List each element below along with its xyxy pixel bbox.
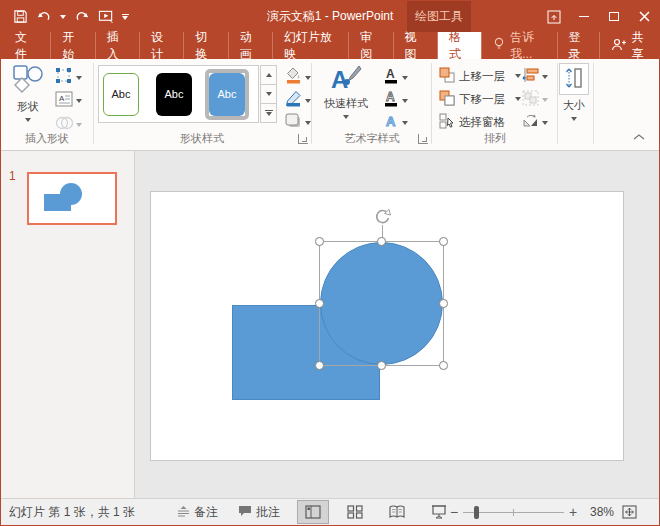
svg-text:A: A <box>59 94 65 103</box>
size-button[interactable]: 大小 <box>557 63 591 121</box>
slide-number: 1 <box>9 169 16 183</box>
close-icon[interactable] <box>629 1 659 32</box>
ribbon-display-options-icon[interactable] <box>539 1 569 32</box>
gallery-scroll-down-icon[interactable] <box>260 85 277 104</box>
resize-handle-nw[interactable] <box>315 237 324 246</box>
tab-view[interactable]: 视图 <box>394 32 438 59</box>
send-backward-icon <box>439 90 455 108</box>
undo-dropdown-icon[interactable] <box>57 6 69 28</box>
shape-outline-icon <box>285 90 302 111</box>
resize-handle-se[interactable] <box>439 361 448 370</box>
bring-forward-icon <box>439 67 455 85</box>
svg-text:A: A <box>386 114 396 129</box>
redo-icon[interactable] <box>71 6 93 28</box>
resize-handle-sw[interactable] <box>315 361 324 370</box>
quick-access-toolbar <box>1 6 131 28</box>
share-button[interactable]: 共享 <box>599 32 659 59</box>
save-icon[interactable] <box>9 6 31 28</box>
tab-format[interactable]: 格式 <box>438 32 481 59</box>
shape-fill-button[interactable] <box>285 67 311 88</box>
resize-handle-ne[interactable] <box>439 237 448 246</box>
tabrow-right: 告诉我... 登录 共享 <box>481 32 659 59</box>
shape-styles-dialog-launcher-icon[interactable] <box>298 134 308 144</box>
gallery-scroll <box>260 65 277 123</box>
comments-button[interactable]: 批注 <box>238 499 280 525</box>
reading-view-button[interactable] <box>381 500 413 524</box>
zoom-out-button[interactable]: − <box>450 499 458 525</box>
quick-styles-button[interactable]: A 快速样式 <box>319 64 373 119</box>
tell-me-label: 告诉我... <box>510 29 545 63</box>
tell-me-box[interactable]: 告诉我... <box>481 32 556 59</box>
shape-effects-button[interactable] <box>285 113 311 133</box>
slide-sorter-view-button[interactable] <box>339 500 371 524</box>
shape-style-option-1[interactable]: Abc <box>103 73 139 116</box>
resize-handle-e[interactable] <box>439 299 448 308</box>
circle-shape[interactable] <box>320 242 443 365</box>
zoom-level[interactable]: 38% <box>590 499 614 525</box>
maximize-icon[interactable] <box>599 1 629 32</box>
tab-slideshow[interactable]: 幻灯片放映 <box>273 32 349 59</box>
insert-shapes-button[interactable]: 形状 <box>7 64 49 122</box>
gallery-more-icon[interactable] <box>260 104 277 123</box>
rotate-button[interactable] <box>522 113 548 133</box>
tab-home[interactable]: 开始 <box>51 32 95 59</box>
size-icon <box>559 63 589 95</box>
text-outline-button[interactable]: A <box>383 90 408 111</box>
sign-in-button[interactable]: 登录 <box>557 32 600 59</box>
send-backward-button[interactable]: 下移一层 <box>439 90 521 108</box>
tab-review[interactable]: 审阅 <box>349 32 393 59</box>
svg-text:A: A <box>331 66 348 92</box>
edit-shape-button[interactable] <box>55 67 82 88</box>
tab-insert[interactable]: 插入 <box>96 32 140 59</box>
customize-qat-icon[interactable] <box>119 6 131 28</box>
tab-animations[interactable]: 动画 <box>229 32 273 59</box>
slide-canvas[interactable] <box>150 191 624 461</box>
bring-forward-button[interactable]: 上移一层 <box>439 67 521 85</box>
resize-handle-n[interactable] <box>377 237 386 246</box>
text-fill-icon: A <box>383 67 399 88</box>
group-label-wordart: 艺术字样式 <box>313 131 431 146</box>
wordart-dialog-launcher-icon[interactable] <box>418 134 428 144</box>
zoom-in-button[interactable]: + <box>569 499 577 525</box>
slide-thumbnails-panel: 1 <box>1 151 135 499</box>
text-box-icon: A <box>55 91 73 111</box>
text-effects-button[interactable]: A <box>383 113 408 133</box>
text-effects-icon: A <box>383 113 399 133</box>
text-fill-button[interactable]: A <box>383 67 408 88</box>
tab-transitions[interactable]: 切换 <box>184 32 228 59</box>
rotate-icon <box>522 113 539 133</box>
tab-file[interactable]: 文件 <box>1 32 51 59</box>
zoom-slider-thumb[interactable] <box>474 506 479 519</box>
group-label-insert-shapes: 插入形状 <box>1 131 93 146</box>
zoom-slider-midpoint <box>513 509 514 516</box>
undo-icon[interactable] <box>33 6 55 28</box>
shape-style-selected-frame: Abc <box>209 73 245 116</box>
workspace: 1 <box>1 151 659 499</box>
normal-view-button[interactable] <box>297 500 329 524</box>
text-box-button[interactable]: A <box>55 91 82 111</box>
shape-style-option-2[interactable]: Abc <box>156 73 192 116</box>
resize-handle-s[interactable] <box>377 361 386 370</box>
start-slideshow-icon[interactable] <box>95 6 117 28</box>
gallery-scroll-up-icon[interactable] <box>260 65 277 85</box>
size-label: 大小 <box>563 98 585 113</box>
selection-pane-icon <box>439 113 455 131</box>
minimize-icon[interactable] <box>569 1 599 32</box>
tab-design[interactable]: 设计 <box>140 32 184 59</box>
svg-text:A: A <box>386 67 395 81</box>
group-button <box>522 90 548 110</box>
selection-pane-button[interactable]: 选择窗格 <box>439 113 505 131</box>
rotate-handle-icon[interactable] <box>373 207 392 230</box>
align-button[interactable] <box>522 67 548 87</box>
powerpoint-window: 演示文稿1 - PowerPoint 绘图工具 文件 开始 插入 设计 切换 动… <box>0 0 660 526</box>
fit-slide-to-window-button[interactable] <box>622 499 637 525</box>
align-icon <box>522 67 539 87</box>
shape-style-option-3-selected[interactable]: Abc <box>209 73 245 116</box>
ribbon-format: 形状 A 插入形状 Abc Abc Abc <box>1 59 659 151</box>
resize-handle-w[interactable] <box>315 299 324 308</box>
lightbulb-icon <box>493 37 505 54</box>
shape-outline-button[interactable] <box>285 90 311 111</box>
collapse-ribbon-icon[interactable] <box>631 128 647 146</box>
slide-thumbnail-1[interactable] <box>27 172 117 225</box>
notes-button[interactable]: 备注 <box>177 499 218 525</box>
